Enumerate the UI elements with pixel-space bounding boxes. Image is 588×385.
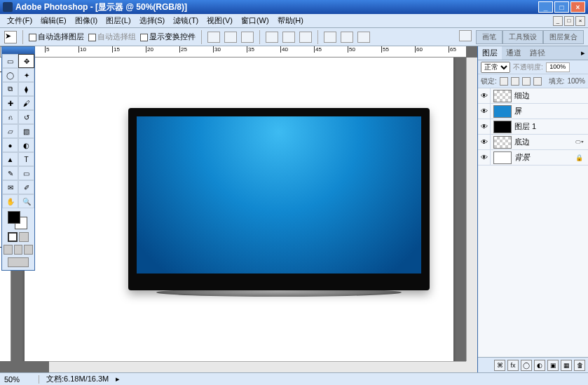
gradient-tool[interactable]: ▧ <box>18 124 34 138</box>
horizontal-scrollbar[interactable] <box>49 361 466 372</box>
menu-select[interactable]: 选择(S) <box>135 14 170 27</box>
tab-paths[interactable]: 路径 <box>526 46 549 60</box>
well-tab-tool-presets[interactable]: 工具预设 <box>502 30 543 44</box>
layer-row[interactable]: 👁图层 1 <box>478 119 588 135</box>
visibility-toggle-icon[interactable]: 👁 <box>478 104 491 119</box>
menu-file[interactable]: 文件(F) <box>3 14 36 27</box>
zoom-field[interactable]: 50% <box>4 375 39 384</box>
adjustment-layer-icon[interactable]: ◐ <box>534 360 545 371</box>
palette-toggle-icon[interactable] <box>459 30 472 41</box>
pen-tool[interactable]: ✎ <box>2 166 18 180</box>
lock-pixels-icon[interactable] <box>511 77 519 86</box>
screen-mode-3-icon[interactable] <box>24 245 33 255</box>
align-top-icon[interactable] <box>207 32 220 43</box>
foreground-swatch[interactable] <box>8 211 20 224</box>
layer-row[interactable]: 👁底边⬭▾ <box>478 135 588 150</box>
type-tool[interactable]: T <box>18 152 34 166</box>
visibility-toggle-icon[interactable]: 👁 <box>478 119 491 135</box>
fill-field[interactable]: 100% <box>567 77 585 85</box>
layer-effects-icon[interactable]: ⬭▾ <box>575 138 585 146</box>
visibility-toggle-icon[interactable]: 👁 <box>478 88 491 104</box>
dodge-tool[interactable]: ◐ <box>18 138 34 152</box>
panel-menu-icon[interactable]: ▸ <box>578 48 588 58</box>
lock-all-icon[interactable] <box>533 77 542 86</box>
slice-tool[interactable]: ⧫ <box>18 82 34 96</box>
layer-thumbnail[interactable] <box>493 151 512 164</box>
layer-thumbnail[interactable] <box>493 90 512 102</box>
well-tab-layer-comps[interactable]: 图层复合 <box>543 30 584 44</box>
layer-name[interactable]: 屏 <box>514 106 588 116</box>
doc-close-button[interactable]: × <box>575 16 585 26</box>
layer-row[interactable]: 👁细边 <box>478 88 588 104</box>
blend-mode-select[interactable]: 正常 <box>481 62 510 73</box>
layer-thumbnail[interactable] <box>493 121 512 133</box>
lock-position-icon[interactable] <box>522 77 531 86</box>
menu-help[interactable]: 帮助(H) <box>273 14 308 27</box>
layer-name[interactable]: 图层 1 <box>514 121 588 132</box>
auto-select-layer-checkbox[interactable]: 自动选择图层 <box>29 32 84 42</box>
canvas[interactable] <box>25 58 453 361</box>
screen-mode-1-icon[interactable] <box>4 245 13 255</box>
show-transform-checkbox[interactable]: 显示变换控件 <box>140 32 196 42</box>
blur-tool[interactable]: ● <box>2 138 18 152</box>
hand-tool[interactable]: ✋ <box>2 194 18 208</box>
well-tab-brushes[interactable]: 画笔 <box>476 30 502 44</box>
menu-window[interactable]: 窗口(W) <box>237 14 273 27</box>
canvas-viewport[interactable] <box>11 58 466 361</box>
visibility-toggle-icon[interactable]: 👁 <box>478 135 491 150</box>
align-vcenter-icon[interactable] <box>224 32 237 43</box>
standard-mode-icon[interactable] <box>8 232 18 242</box>
menu-image[interactable]: 图像(I) <box>71 14 102 27</box>
healing-brush-tool[interactable]: ✚ <box>2 96 18 110</box>
move-tool[interactable]: ✥ <box>18 54 34 68</box>
quickmask-mode-icon[interactable] <box>19 232 29 242</box>
distribute-3-icon[interactable] <box>357 32 370 43</box>
auto-select-group-checkbox[interactable]: 自动选择组 <box>88 32 136 42</box>
maximize-button[interactable]: □ <box>554 1 569 13</box>
color-swatches[interactable] <box>2 208 34 231</box>
marquee-tool[interactable]: ▭ <box>2 54 18 68</box>
align-bottom-icon[interactable] <box>241 32 254 43</box>
distribute-2-icon[interactable] <box>341 32 353 43</box>
toolbox-header[interactable] <box>2 47 34 54</box>
layer-mask-icon[interactable]: ◯ <box>521 360 532 371</box>
crop-tool[interactable]: ⧉ <box>2 82 18 96</box>
brush-tool[interactable]: 🖌 <box>18 96 34 110</box>
ruler-horizontal[interactable]: 05101520253035404550556065 <box>11 46 466 58</box>
menu-filter[interactable]: 滤镜(T) <box>169 14 203 27</box>
eraser-tool[interactable]: ▱ <box>2 124 18 138</box>
menu-view[interactable]: 视图(V) <box>203 14 237 27</box>
layer-name[interactable]: 底边 <box>514 137 575 147</box>
zoom-tool[interactable]: 🔍 <box>18 194 34 208</box>
layer-row[interactable]: 👁屏 <box>478 104 588 119</box>
magic-wand-tool[interactable]: ✦ <box>18 68 34 82</box>
tab-channels[interactable]: 通道 <box>502 46 526 60</box>
link-layers-icon[interactable]: ⌘ <box>494 360 505 371</box>
doc-minimize-button[interactable]: _ <box>553 16 563 26</box>
layer-thumbnail[interactable] <box>493 105 512 118</box>
layer-name[interactable]: 细边 <box>514 90 588 101</box>
vertical-scrollbar[interactable] <box>466 58 477 361</box>
align-left-icon[interactable] <box>266 32 278 43</box>
history-brush-tool[interactable]: ↺ <box>18 110 34 124</box>
notes-tool[interactable]: ✉ <box>2 180 18 194</box>
new-group-icon[interactable]: ▣ <box>547 360 559 371</box>
close-button[interactable]: × <box>570 1 585 13</box>
distribute-1-icon[interactable] <box>324 32 336 43</box>
lasso-tool[interactable]: ◯ <box>2 68 18 82</box>
delete-layer-icon[interactable]: 🗑 <box>574 360 585 371</box>
path-selection-tool[interactable]: ▲ <box>2 152 18 166</box>
tab-layers[interactable]: 图层 <box>478 46 502 60</box>
layer-row[interactable]: 👁背景🔒 <box>478 150 588 166</box>
clone-stamp-tool[interactable]: ⎌ <box>2 110 18 124</box>
current-tool-icon[interactable]: ➤ <box>4 31 17 43</box>
layer-style-icon[interactable]: fx <box>507 360 519 371</box>
minimize-button[interactable]: _ <box>538 1 553 13</box>
align-hcenter-icon[interactable] <box>282 32 295 43</box>
new-layer-icon[interactable]: ▦ <box>561 360 572 371</box>
shape-tool[interactable]: ▭ <box>18 166 34 180</box>
visibility-toggle-icon[interactable]: 👁 <box>478 150 491 166</box>
status-menu-icon[interactable]: ▸ <box>116 374 120 384</box>
doc-restore-button[interactable]: □ <box>564 16 574 26</box>
layer-thumbnail[interactable] <box>493 136 512 149</box>
